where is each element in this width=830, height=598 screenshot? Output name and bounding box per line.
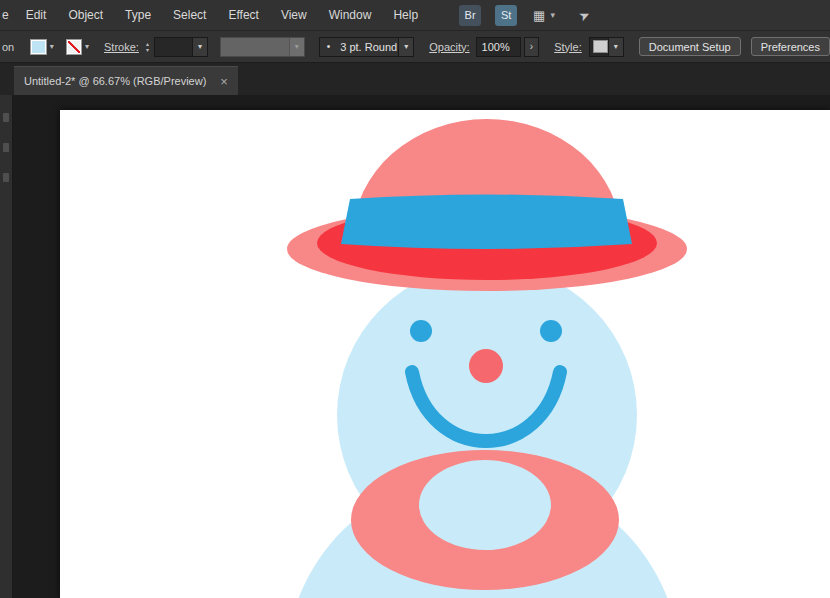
stock-button[interactable]: St — [495, 5, 517, 26]
menu-item-window[interactable]: Window — [318, 8, 383, 22]
tool-icon-fragment — [3, 173, 9, 182]
menu-bar: e Edit Object Type Select Effect View Wi… — [0, 0, 830, 31]
menu-item-effect[interactable]: Effect — [217, 8, 269, 22]
canvas-area — [0, 95, 830, 598]
chevron-down-icon[interactable]: ▾ — [192, 38, 207, 56]
chevron-down-icon[interactable]: ▾ — [608, 38, 623, 56]
chevron-down-icon[interactable]: ▾ — [550, 10, 555, 20]
brush-dot-icon: • — [327, 41, 331, 52]
toolbar-sliver[interactable] — [0, 95, 13, 598]
preferences-button[interactable]: Preferences — [751, 37, 830, 56]
selection-label-fragment: on — [2, 41, 14, 53]
close-icon[interactable]: × — [220, 75, 228, 88]
smart-cursor-glyph — [652, 535, 689, 566]
brush-definition-dropdown[interactable]: • 3 pt. Round ▾ — [319, 37, 414, 57]
stroke-color-swatch-none[interactable] — [66, 39, 82, 55]
menu-item-object[interactable]: Object — [57, 8, 114, 22]
menu-item-type[interactable]: Type — [114, 8, 162, 22]
brush-definition-value: 3 pt. Round — [335, 41, 397, 53]
stroke-weight-dropdown[interactable]: ▾ — [154, 37, 208, 57]
stroke-label-link[interactable]: Stroke: — [104, 41, 139, 53]
stroke-weight-stepper[interactable]: ▴ ▾ — [146, 41, 149, 53]
style-swatch — [593, 40, 608, 53]
chevron-down-icon: ▾ — [289, 38, 304, 56]
menu-item-edit[interactable]: Edit — [15, 8, 58, 22]
menu-item-file-partial[interactable]: e — [0, 8, 15, 22]
workspace-switcher-icon[interactable]: ▦ — [533, 8, 545, 23]
artboard[interactable] — [60, 110, 830, 598]
style-label-link[interactable]: Style: — [554, 41, 582, 53]
tool-icon-fragment — [3, 113, 9, 122]
snowman-artwork — [60, 110, 830, 598]
stroke-chevron-icon[interactable]: ▾ — [85, 42, 89, 51]
document-tab-title: Untitled-2* @ 66.67% (RGB/Preview) — [24, 75, 206, 87]
chevron-down-icon[interactable]: ▾ — [398, 38, 413, 56]
opacity-panel-arrow-button[interactable]: › — [524, 37, 539, 57]
illustrator-window: e Edit Object Type Select Effect View Wi… — [0, 0, 830, 598]
opacity-value: 100% — [477, 41, 510, 53]
snowman-nose[interactable] — [469, 349, 503, 383]
share-icon[interactable]: ➤ — [576, 6, 592, 24]
menu-item-select[interactable]: Select — [162, 8, 217, 22]
hat-band[interactable] — [341, 195, 632, 250]
snowman-eye-left[interactable] — [410, 320, 432, 342]
menu-item-help[interactable]: Help — [382, 8, 429, 22]
menu-item-view[interactable]: View — [270, 8, 318, 22]
document-tab[interactable]: Untitled-2* @ 66.67% (RGB/Preview) × — [14, 66, 238, 95]
snowman-eye-right[interactable] — [540, 320, 562, 342]
width-profile-dropdown-disabled: ▾ — [220, 37, 305, 57]
opacity-label-link[interactable]: Opacity: — [429, 41, 469, 53]
document-tab-bar: Untitled-2* @ 66.67% (RGB/Preview) × — [0, 63, 830, 95]
tool-icon-fragment — [3, 143, 9, 152]
fill-chevron-icon[interactable]: ▾ — [50, 42, 54, 51]
bridge-button[interactable]: Br — [459, 5, 481, 26]
graphic-style-dropdown[interactable]: ▾ — [589, 37, 624, 57]
document-setup-button[interactable]: Document Setup — [639, 37, 741, 56]
fill-color-swatch[interactable] — [30, 39, 46, 55]
control-bar: on ▾ ▾ Stroke: ▴ ▾ ▾ ▾ • 3 pt. Round ▾ O… — [0, 31, 830, 63]
stepper-down-icon[interactable]: ▾ — [146, 47, 149, 53]
opacity-field[interactable]: 100% — [476, 37, 521, 57]
